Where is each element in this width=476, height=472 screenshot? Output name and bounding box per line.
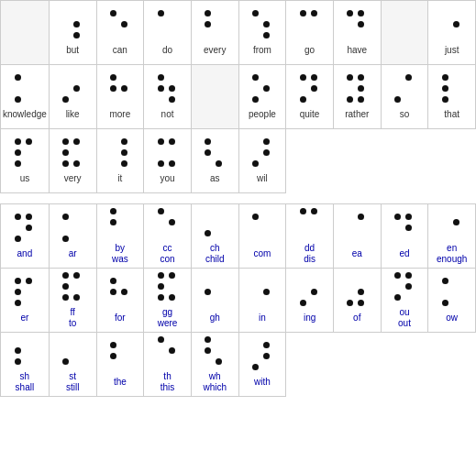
cell-label: en enough — [437, 243, 467, 265]
cell-label: knowledge — [3, 109, 47, 120]
braille-cell: the — [96, 333, 144, 397]
cell-label: not — [161, 109, 174, 120]
braille-cell: that — [428, 65, 476, 129]
braille-cell: with — [238, 333, 286, 397]
braille-cell: ch child — [191, 204, 238, 269]
braille-cell: very — [49, 129, 96, 193]
cell-label: gh — [210, 313, 220, 324]
braille-cell: go — [286, 1, 334, 65]
braille-cell — [1, 1, 50, 65]
cell-label: cc con — [160, 243, 174, 265]
cell-label: more — [109, 109, 130, 120]
cell-label: th this — [161, 371, 175, 393]
braille-cell: er — [1, 269, 50, 333]
cell-label: like — [66, 109, 80, 120]
cell-label: for — [115, 313, 126, 324]
cell-label: er — [20, 313, 28, 324]
cell-label: but — [66, 45, 79, 56]
braille-cell: knowledge — [1, 65, 50, 129]
cell-label: ed — [399, 248, 409, 259]
braille-cell: ou out — [381, 269, 428, 333]
braille-cell: you — [144, 129, 192, 193]
braille-cell: wh which — [191, 333, 238, 397]
braille-cell: as — [191, 129, 238, 193]
braille-cell — [191, 65, 238, 129]
cell-label: wil — [257, 173, 268, 184]
cell-label: wh which — [203, 371, 227, 393]
braille-cell: of — [333, 269, 381, 333]
braille-cell: in — [238, 269, 286, 333]
braille-cell: sh shall — [1, 333, 50, 397]
braille-cell: ea — [333, 204, 381, 269]
cell-label: ea — [352, 248, 362, 259]
cell-label: ow — [446, 313, 458, 324]
cell-label: quite — [300, 109, 320, 120]
cell-label: people — [249, 109, 276, 120]
braille-cell: and — [1, 204, 50, 269]
braille-cell: more — [96, 65, 144, 129]
cell-label: ou out — [398, 307, 411, 329]
cell-label: ff to — [69, 307, 76, 329]
braille-cell: it — [96, 129, 144, 193]
cell-label: with — [254, 377, 271, 388]
braille-cell: ed — [381, 204, 428, 269]
braille-cell: quite — [286, 65, 334, 129]
braille-cell: th this — [144, 333, 192, 397]
cell-label: ing — [304, 313, 315, 324]
cell-label: from — [253, 45, 271, 56]
braille-cell: so — [381, 65, 428, 129]
braille-cell: from — [238, 1, 286, 65]
braille-cell: like — [49, 65, 96, 129]
braille-cell: have — [333, 1, 381, 65]
cell-label: just — [445, 45, 459, 56]
cell-label: go — [304, 45, 315, 56]
braille-cell: not — [144, 65, 192, 129]
cell-label: can — [113, 45, 127, 56]
braille-cell: can — [96, 1, 144, 65]
braille-cell: people — [238, 65, 286, 129]
braille-cell: dd dis — [286, 204, 334, 269]
braille-cell: ar — [49, 204, 96, 269]
braille-cell: ow — [428, 269, 476, 333]
cell-label: in — [259, 313, 266, 324]
braille-cell: by was — [96, 204, 144, 269]
braille-reference-table: butcandoeveryfromgohavejustknowledgelike… — [0, 0, 476, 397]
cell-label: us — [20, 173, 30, 184]
cell-label: do — [162, 45, 172, 56]
cell-label: you — [160, 173, 174, 184]
cell-label: every — [204, 45, 226, 56]
braille-cell: st still — [49, 333, 96, 397]
braille-cell: every — [191, 1, 238, 65]
braille-cell: just — [428, 1, 476, 65]
braille-cell: ff to — [49, 269, 96, 333]
cell-label: sh shall — [16, 371, 35, 393]
braille-cell: us — [1, 129, 50, 193]
braille-cell: en enough — [428, 204, 476, 269]
cell-label: ch child — [205, 243, 225, 265]
braille-cell: ing — [286, 269, 334, 333]
cell-label: of — [353, 313, 360, 324]
braille-cell: do — [144, 1, 192, 65]
braille-cell: but — [49, 1, 96, 65]
braille-cell: gg were — [144, 269, 192, 333]
cell-label: the — [114, 377, 127, 388]
cell-label: rather — [345, 109, 369, 120]
cell-label: it — [117, 173, 122, 184]
cell-label: have — [347, 45, 367, 56]
cell-label: that — [444, 109, 459, 120]
braille-cell: com — [238, 204, 286, 269]
cell-label: by was — [112, 243, 128, 265]
cell-label: st still — [66, 371, 79, 393]
cell-label: com — [253, 248, 271, 259]
cell-label: ar — [69, 248, 77, 259]
braille-cell: rather — [333, 65, 381, 129]
cell-label: so — [400, 109, 410, 120]
cell-label: as — [210, 173, 220, 184]
cell-label: very — [64, 173, 82, 184]
braille-cell: gh — [191, 269, 238, 333]
braille-cell: for — [96, 269, 144, 333]
cell-label: and — [17, 248, 33, 259]
braille-cell: cc con — [144, 204, 192, 269]
cell-label: gg were — [158, 307, 178, 329]
braille-cell: wil — [238, 129, 286, 193]
